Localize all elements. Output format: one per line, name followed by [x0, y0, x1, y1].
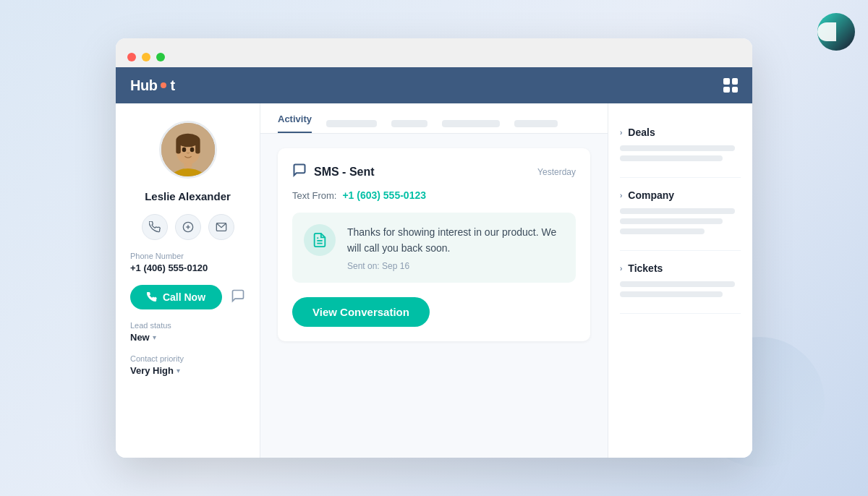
traffic-light-yellow[interactable] [142, 53, 150, 61]
company-header[interactable]: › Company [620, 189, 741, 201]
sms-timestamp: Yesterday [537, 167, 576, 177]
message-sent-on: Sent on: Sep 16 [347, 261, 564, 271]
deals-section: › Deals [620, 115, 741, 178]
phone-icon-btn[interactable] [142, 214, 168, 240]
tab-placeholder-2 [391, 120, 427, 127]
tab-placeholder-3 [442, 120, 500, 127]
tickets-section: › Tickets [620, 251, 741, 314]
deals-header[interactable]: › Deals [620, 127, 741, 138]
message-document-icon [304, 224, 336, 256]
traffic-light-red[interactable] [127, 53, 136, 61]
deals-title: Deals [628, 127, 655, 138]
company-section: › Company [620, 178, 741, 251]
svg-rect-6 [195, 140, 200, 154]
message-body: Thanks for showing interest in our produ… [347, 224, 564, 257]
sms-from-label: Text From: [292, 190, 336, 201]
deals-placeholder-1 [620, 145, 735, 151]
activity-body: SMS - Sent Yesterday Text From: +1 (603)… [260, 134, 608, 458]
svg-point-8 [190, 147, 194, 152]
tickets-header[interactable]: › Tickets [620, 262, 741, 274]
tickets-placeholder-1 [620, 281, 735, 287]
main-content: Leslie Alexander [116, 103, 752, 458]
contact-avatar [159, 121, 217, 179]
tab-placeholder-1 [326, 120, 377, 127]
logo-dot [161, 82, 166, 88]
sms-title-row: SMS - Sent [292, 163, 375, 181]
company-placeholder-1 [620, 208, 735, 214]
contact-priority-arrow: ▾ [176, 367, 180, 375]
sms-card: SMS - Sent Yesterday Text From: +1 (603)… [278, 148, 590, 341]
hubspot-header: Hubt [116, 67, 752, 103]
tickets-placeholder-2 [620, 291, 723, 297]
svg-point-7 [182, 147, 186, 152]
logo-text-t: t [170, 77, 174, 94]
company-title: Company [628, 189, 674, 201]
contact-name: Leslie Alexander [145, 190, 231, 202]
logo-text-hub: Hub [130, 77, 157, 94]
hubspot-logo: Hubt [130, 77, 175, 94]
call-now-label: Call Now [163, 291, 205, 303]
message-content: Thanks for showing interest in our produ… [347, 224, 564, 271]
add-icon-btn[interactable] [175, 214, 201, 240]
sms-header: SMS - Sent Yesterday [292, 163, 576, 181]
deals-chevron: › [620, 129, 622, 137]
phone-number-field: Phone Number +1 (406) 555-0120 [130, 252, 245, 273]
contact-priority-label: Contact priority [130, 354, 245, 363]
sms-message-box: Thanks for showing interest in our produ… [292, 213, 576, 283]
right-sidebar: › Deals › Company › Ticke [608, 103, 752, 458]
browser-window: Hubt [116, 38, 752, 458]
pill-icon [817, 13, 855, 51]
svg-rect-5 [176, 140, 180, 154]
lead-status-field: Lead status New ▾ [130, 321, 245, 343]
lead-status-dropdown[interactable]: New ▾ [130, 332, 245, 343]
contact-priority-dropdown[interactable]: Very High ▾ [130, 365, 245, 376]
chat-icon[interactable] [231, 288, 245, 307]
center-panel: Activity [260, 103, 608, 458]
tickets-title: Tickets [628, 262, 663, 274]
left-sidebar: Leslie Alexander [116, 103, 260, 458]
action-icons [142, 214, 234, 240]
contact-priority-value: Very High [130, 365, 174, 376]
call-now-button[interactable]: Call Now [130, 285, 222, 309]
lead-status-value: New [130, 332, 150, 343]
tickets-chevron: › [620, 265, 622, 273]
email-icon-btn[interactable] [208, 214, 234, 240]
phone-label: Phone Number [130, 252, 245, 260]
phone-value: +1 (406) 555-0120 [130, 262, 245, 273]
traffic-light-green[interactable] [156, 53, 165, 61]
sms-bubble-icon [292, 163, 307, 181]
contact-priority-field: Contact priority Very High ▾ [130, 354, 245, 376]
tab-placeholder-4 [514, 120, 558, 127]
company-placeholder-2 [620, 218, 723, 224]
browser-chrome [116, 38, 752, 67]
sms-title: SMS - Sent [314, 166, 375, 179]
lead-status-label: Lead status [130, 321, 245, 330]
company-placeholder-3 [620, 228, 705, 234]
lead-status-arrow: ▾ [153, 333, 156, 341]
company-chevron: › [620, 192, 622, 200]
view-conversation-button[interactable]: View Conversation [292, 297, 430, 327]
sms-from-row: Text From: +1 (603) 555-0123 [292, 189, 576, 201]
grid-menu-icon[interactable] [723, 78, 738, 93]
sms-from-phone[interactable]: +1 (603) 555-0123 [342, 189, 426, 201]
call-action-row: Call Now [130, 285, 245, 309]
tab-activity[interactable]: Activity [278, 114, 312, 133]
deals-placeholder-2 [620, 155, 723, 161]
activity-tabs: Activity [260, 103, 608, 134]
